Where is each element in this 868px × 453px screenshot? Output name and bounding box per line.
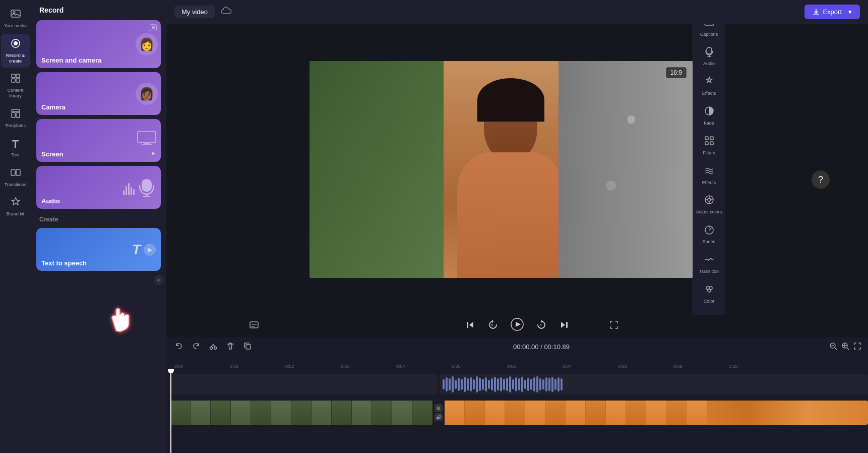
forward-5s-button[interactable]: 5 [534, 317, 549, 335]
main-area: My video Export ▾ [166, 0, 868, 453]
svg-rect-25 [710, 137, 713, 140]
rewind-5s-button[interactable]: 5 [485, 317, 501, 335]
record-icon [10, 38, 21, 51]
right-item-effects[interactable]: Effects [694, 72, 724, 100]
ruler-mark: 0:03 [341, 364, 396, 369]
delete-button[interactable] [224, 339, 237, 355]
sidebar-item-content-library[interactable]: Content library [1, 69, 30, 103]
my-video-tab[interactable]: My video [174, 6, 215, 18]
sidebar-item-record-create[interactable]: Record & create [1, 34, 30, 68]
zoom-out-button[interactable] [829, 342, 838, 353]
fullscreen-button[interactable] [609, 320, 619, 332]
effects-icon [704, 76, 715, 89]
timeline-toolbar: 00:00.00 / 00:10.89 [166, 337, 868, 357]
record-panel: Record 👩 Screen and camera 👩🏾 Camera ▶ S… [31, 0, 166, 453]
export-button[interactable]: Export ▾ [804, 5, 860, 19]
camera-card[interactable]: 👩🏾 Camera [36, 72, 161, 115]
playhead[interactable] [170, 369, 171, 453]
help-button[interactable]: ? [812, 171, 830, 189]
ruler-marks: 0:00 0:01 0:02 0:03 0:04 0:05 0:06 0:07 … [174, 357, 868, 369]
ruler-mark: 0:10 [729, 364, 784, 369]
svg-rect-11 [11, 169, 15, 176]
right-item-label: Adjust colors [696, 209, 722, 215]
media-icon [10, 8, 21, 22]
right-item-label: Fade [704, 121, 714, 126]
svg-rect-5 [16, 74, 20, 78]
brand-icon [10, 196, 21, 210]
sidebar-item-label: Your media [4, 23, 27, 29]
sidebar-item-your-media[interactable]: Your media [1, 4, 30, 33]
svg-point-47 [210, 347, 213, 349]
right-item-transition[interactable]: Transition [694, 250, 724, 278]
right-item-fade[interactable]: Fade [694, 101, 724, 130]
adjust-colors-icon [704, 194, 715, 208]
audio-icon [704, 46, 715, 60]
ruler-mark: 0:02 [285, 364, 341, 369]
video-content [309, 61, 693, 278]
right-item-label: Effects [702, 91, 716, 96]
svg-rect-39 [250, 322, 258, 328]
audio-waveform-track[interactable] [440, 374, 868, 394]
fade-icon [704, 105, 715, 119]
svg-rect-4 [12, 74, 15, 78]
svg-rect-18 [705, 24, 714, 25]
audio-card[interactable]: Audio [36, 166, 161, 209]
sidebar-item-transitions[interactable]: Transitions [1, 163, 30, 192]
speed-icon [704, 224, 715, 238]
right-item-audio[interactable]: Audio [694, 42, 724, 71]
right-sidebar-expand[interactable]: ▾ [694, 309, 724, 315]
sidebar-item-label: Record & create [6, 53, 25, 64]
sidebar-item-brand-kit[interactable]: Brand kit [1, 192, 30, 221]
cloud-save-icon[interactable] [221, 7, 232, 17]
text-to-speech-card[interactable]: T ▶ Text to speech [36, 228, 161, 271]
color-icon [704, 284, 715, 297]
fit-timeline-button[interactable] [853, 342, 862, 353]
svg-rect-42 [467, 322, 468, 328]
captions-icon [704, 24, 715, 30]
ruler-mark: 0:06 [507, 364, 563, 369]
svg-rect-9 [12, 112, 15, 118]
right-item-effects2[interactable]: Effects [694, 161, 724, 190]
sidebar-item-templates[interactable]: Templates [1, 104, 30, 133]
screen-card[interactable]: ▶ Screen [36, 119, 161, 162]
svg-point-29 [708, 198, 711, 201]
play-pause-button[interactable] [509, 316, 526, 336]
redo-button[interactable] [190, 339, 203, 355]
right-item-label: Filters [703, 150, 715, 156]
video-track-segment-left[interactable] [170, 401, 432, 425]
undo-button[interactable] [172, 339, 185, 355]
sidebar-item-text[interactable]: T Text [1, 134, 30, 162]
svg-rect-0 [11, 10, 20, 17]
right-item-color[interactable]: Color [694, 279, 724, 308]
card-label: Camera [41, 103, 66, 111]
right-item-speed[interactable]: Speed [694, 220, 724, 249]
skip-forward-button[interactable] [557, 318, 571, 334]
sidebar-item-label: Transitions [5, 182, 27, 188]
video-controls: 5 5 [166, 315, 868, 337]
timeline-tracks[interactable]: ⊠ 🔊 [166, 369, 868, 453]
right-item-filters[interactable]: Filters [694, 131, 724, 160]
svg-rect-24 [705, 137, 708, 140]
panel-collapse-btn[interactable]: ‹ [154, 275, 164, 285]
transition-icon [704, 254, 715, 267]
card-label: Audio [41, 197, 60, 205]
record-header: Record [31, 0, 166, 18]
duplicate-button[interactable] [241, 339, 254, 355]
text-icon: T [12, 138, 19, 151]
skip-back-button[interactable] [463, 318, 477, 334]
ruler-mark: 0:05 [452, 364, 507, 369]
video-track-segment-right[interactable] [445, 401, 868, 425]
subtitle-toggle[interactable] [249, 320, 259, 332]
right-item-label: Captions [700, 32, 718, 37]
right-item-captions[interactable]: Captions [694, 24, 724, 41]
timeline-ruler: 0:00 0:01 0:02 0:03 0:04 0:05 0:06 0:07 … [166, 357, 868, 369]
sidebar-item-label: Templates [5, 123, 26, 129]
filters-icon [704, 135, 715, 149]
sidebar-item-label: Content library [3, 88, 28, 99]
right-item-adjust-colors[interactable]: Adjust colors [694, 190, 724, 219]
zoom-in-button[interactable] [841, 342, 850, 353]
screen-and-camera-card[interactable]: 👩 Screen and camera [36, 20, 161, 68]
cut-button[interactable] [207, 339, 220, 355]
card-label: Screen and camera [41, 56, 101, 64]
svg-point-48 [214, 347, 217, 349]
